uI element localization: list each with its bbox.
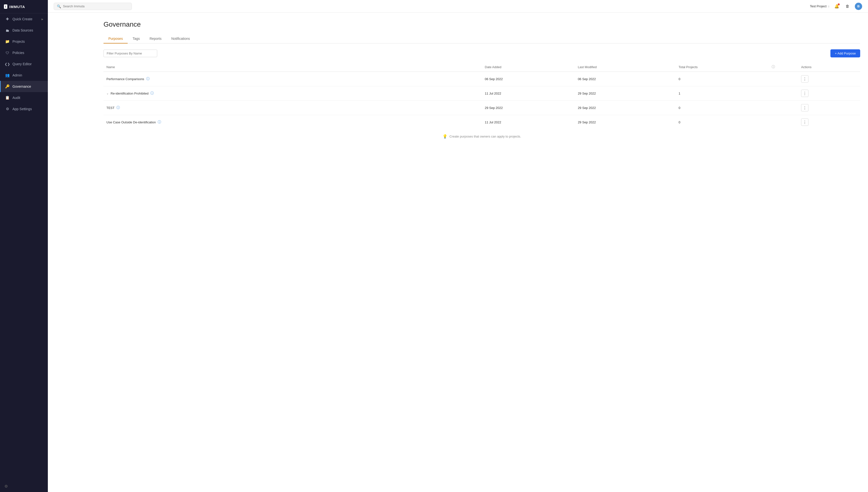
plus-circle-icon: ✚ <box>5 17 9 21</box>
sidebar-item-admin[interactable]: 👥 Admin <box>0 70 48 81</box>
total-projects: 1 <box>676 86 769 101</box>
sidebar-item-governance[interactable]: 🔑 Governance <box>0 81 48 92</box>
row-actions-button[interactable]: ⋮ <box>801 90 809 97</box>
sidebar-label-projects: Projects <box>12 40 25 44</box>
sidebar-label-policies: Policies <box>12 51 24 55</box>
sidebar-item-query-editor[interactable]: ❮❯ Query Editor <box>0 58 48 70</box>
actions-cell: ⋮ <box>798 86 860 101</box>
tab-bar: Purposes Tags Reports Notifications <box>104 34 860 44</box>
sidebar-item-data-sources[interactable]: 🖿 Data Sources <box>0 25 48 36</box>
tab-notifications[interactable]: Notifications <box>166 34 195 44</box>
purpose-name-cell: TEST ⓘ <box>104 101 482 115</box>
notification-bell[interactable]: 🔔 <box>833 3 840 10</box>
project-selector[interactable]: Test Project ↕ <box>810 4 830 8</box>
row-info-icon[interactable]: ⓘ <box>150 91 154 96</box>
col-header-total-projects: Total Projects <box>676 62 769 72</box>
sidebar-label-data-sources: Data Sources <box>12 28 33 32</box>
date-added: 29 Sep 2022 <box>482 101 575 115</box>
row-actions-button[interactable]: ⋮ <box>801 75 809 82</box>
actions-cell: ⋮ <box>798 72 860 86</box>
row-info-extra <box>769 115 798 129</box>
settings-cog-icon[interactable]: ⚙ <box>4 484 8 489</box>
sidebar-label-governance: Governance <box>12 84 31 89</box>
actions-cell: ⋮ <box>798 115 860 129</box>
sidebar-item-audit[interactable]: 📋 Audit <box>0 92 48 103</box>
topbar: 🔍 Test Project ↕ 🔔 🗑 B <box>48 0 868 13</box>
purpose-name-cell: Use Case Outside De-identification ⓘ <box>104 115 482 129</box>
logo-text: IMMUTA <box>9 5 25 9</box>
purpose-name: Re-identification Prohibited <box>111 92 149 95</box>
search-icon: 🔍 <box>57 4 61 8</box>
lightbulb-icon: 💡 <box>443 134 447 139</box>
chevron-right-icon: ▶ <box>42 18 44 21</box>
clipboard-icon: 📋 <box>5 96 9 100</box>
shield-icon: 🛡 <box>5 51 9 55</box>
date-added: 11 Jul 2022 <box>482 115 575 129</box>
sidebar-item-projects[interactable]: 📁 Projects <box>0 36 48 47</box>
add-purpose-label: + Add Purpose <box>835 52 856 55</box>
row-info-extra <box>769 101 798 115</box>
search-input[interactable] <box>63 4 129 8</box>
avatar[interactable]: B <box>855 3 862 10</box>
info-help-icon: ⓘ <box>771 65 775 69</box>
tab-tags[interactable]: Tags <box>128 34 145 44</box>
sidebar-label-audit: Audit <box>12 96 20 100</box>
last-modified: 29 Sep 2022 <box>575 86 676 101</box>
folder-icon: 📁 <box>5 39 9 44</box>
row-info-extra <box>769 72 798 86</box>
logo-area: I IMMUTA <box>0 0 48 14</box>
purpose-name: TEST <box>106 106 114 110</box>
total-projects: 0 <box>676 115 769 129</box>
topbar-right: Test Project ↕ 🔔 🗑 B <box>810 3 862 10</box>
last-modified: 29 Sep 2022 <box>575 101 676 115</box>
project-name: Test Project <box>810 4 826 8</box>
row-actions-button[interactable]: ⋮ <box>801 119 809 126</box>
tab-reports[interactable]: Reports <box>145 34 166 44</box>
row-info-icon[interactable]: ⓘ <box>146 77 150 81</box>
trash-icon-button[interactable]: 🗑 <box>844 3 851 10</box>
chevron-updown-icon: ↕ <box>828 5 830 8</box>
purpose-name-cell: ⌄ Re-identification Prohibited ⓘ <box>104 86 482 101</box>
col-header-last-modified: Last Modified <box>575 62 676 72</box>
avatar-initial: B <box>857 4 860 8</box>
trash-icon: 🗑 <box>845 4 849 8</box>
notification-dot <box>838 3 840 5</box>
total-projects: 0 <box>676 101 769 115</box>
col-header-info: ⓘ <box>769 62 798 72</box>
date-added: 06 Sep 2022 <box>482 72 575 86</box>
toolbar: + Add Purpose <box>104 49 860 57</box>
total-projects: 0 <box>676 72 769 86</box>
table-row: Use Case Outside De-identification ⓘ 11 … <box>104 115 860 129</box>
sidebar-item-quick-create[interactable]: ✚ Quick Create ▶ <box>0 14 48 25</box>
sidebar-item-app-settings[interactable]: ⚙ App Settings <box>0 103 48 115</box>
expand-icon[interactable]: ⌄ <box>106 92 109 95</box>
row-info-icon[interactable]: ⓘ <box>116 105 120 110</box>
date-added: 11 Jul 2022 <box>482 86 575 101</box>
row-info-icon[interactable]: ⓘ <box>158 120 161 124</box>
purpose-name: Use Case Outside De-identification <box>106 120 156 124</box>
tab-purposes[interactable]: Purposes <box>104 34 128 44</box>
search-bar[interactable]: 🔍 <box>54 3 132 10</box>
actions-cell: ⋮ <box>798 101 860 115</box>
sidebar-item-policies[interactable]: 🛡 Policies <box>0 47 48 58</box>
last-modified: 06 Sep 2022 <box>575 72 676 86</box>
users-icon: 👥 <box>5 73 9 77</box>
purpose-name-cell: Performance Comparisons ⓘ <box>104 72 482 86</box>
key-icon: 🔑 <box>5 84 9 89</box>
main-content: Governance Purposes Tags Reports Notific… <box>96 13 868 492</box>
col-header-actions: Actions <box>798 62 860 72</box>
row-actions-button[interactable]: ⋮ <box>801 104 809 112</box>
row-info-extra <box>769 86 798 101</box>
last-modified: 29 Sep 2022 <box>575 115 676 129</box>
filter-input[interactable] <box>104 50 157 57</box>
hint-text: Create purposes that owners can apply to… <box>449 134 521 138</box>
sidebar: I IMMUTA ✚ Quick Create ▶ 🖿 Data Sources… <box>0 0 48 492</box>
sidebar-label-query-editor: Query Editor <box>12 62 32 66</box>
table-row: TEST ⓘ 29 Sep 2022 29 Sep 2022 0 ⋮ <box>104 101 860 115</box>
purposes-table: Name Date Added Last Modified Total Proj… <box>104 62 860 129</box>
sidebar-bottom: ⚙ <box>0 481 48 492</box>
code-icon: ❮❯ <box>5 62 9 66</box>
add-purpose-button[interactable]: + Add Purpose <box>831 49 860 57</box>
col-header-date-added: Date Added <box>482 62 575 72</box>
col-header-name: Name <box>104 62 482 72</box>
